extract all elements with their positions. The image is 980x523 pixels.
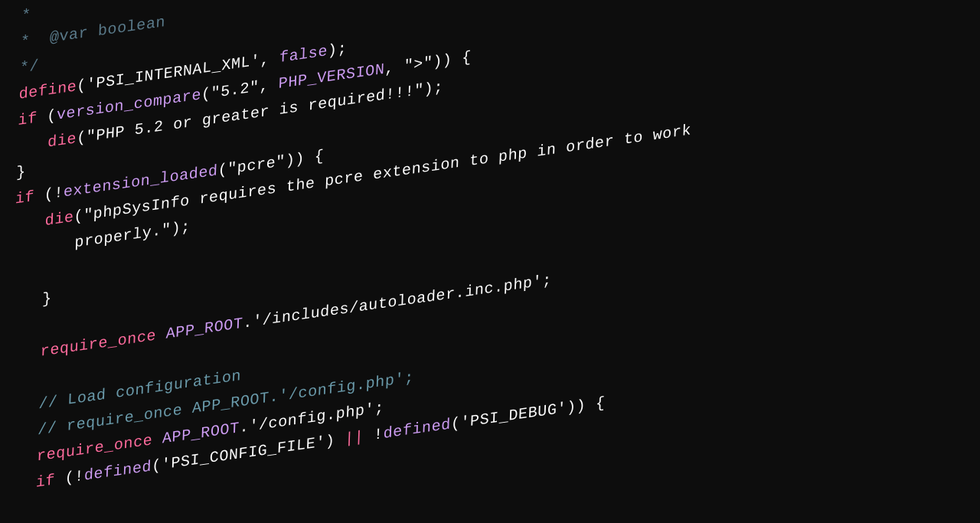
brace-close2: } — [42, 289, 52, 309]
fn-defined4: defined — [381, 494, 449, 502]
kw-die1: die — [47, 129, 77, 151]
line-die4: die(); — [5, 493, 980, 502]
kw-die3: die — [65, 492, 95, 503]
kw-die2: die — [44, 208, 74, 230]
code-editor: * ext... * * @var boolean */ define('PSI… — [5, 0, 980, 502]
kw-if1: if — [18, 109, 38, 129]
comment-star: * — [21, 5, 31, 25]
kw-if2: if — [15, 188, 35, 208]
brace-close1: } — [16, 162, 26, 181]
kw-if3: if — [35, 471, 55, 492]
kw-define: define — [18, 77, 77, 103]
comment-close: */ — [19, 57, 39, 77]
